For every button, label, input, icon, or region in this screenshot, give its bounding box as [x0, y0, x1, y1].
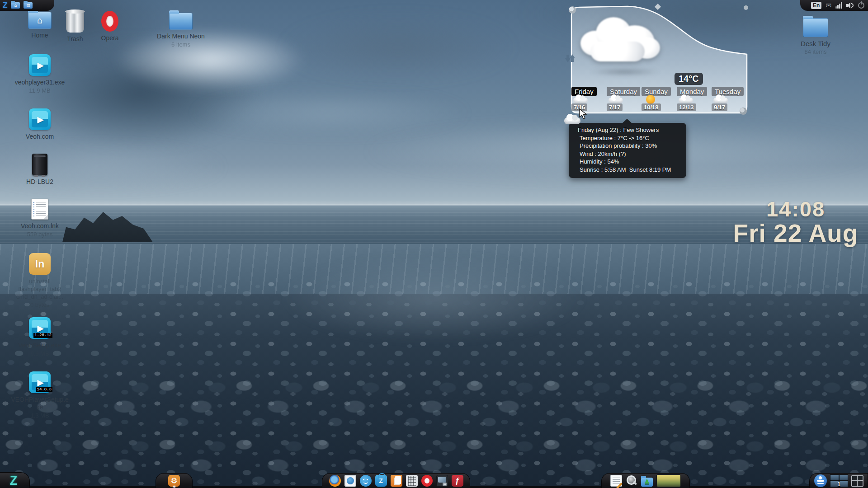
- veoh-player-icon: ▶ 1.20.12: [29, 317, 51, 339]
- icon-label: Veoh.com.lnk: [11, 222, 69, 230]
- opera-icon[interactable]: [421, 475, 433, 487]
- workspace-number: 1: [830, 481, 848, 488]
- desktop-icon-desk-tidy[interactable]: Desk Tidy 84 items: [787, 18, 844, 55]
- screenshot-tool-icon[interactable]: [436, 475, 448, 487]
- dock-utility-group: [601, 473, 690, 488]
- desktop-icon-hd-lbu2[interactable]: HD-LBU2: [11, 154, 69, 186]
- icon-label: Veoh.com: [11, 133, 69, 141]
- veoh-player-icon: ▶: [29, 54, 51, 76]
- libreoffice-icon[interactable]: [391, 475, 402, 487]
- cloudy-icon: [609, 98, 623, 103]
- day-temps[interactable]: 12/13: [677, 103, 696, 111]
- dock-settings-group: ⚙: [156, 473, 193, 488]
- veoh-player-icon: ▶: [29, 108, 51, 130]
- zorin-menu-icon[interactable]: Z: [3, 0, 7, 10]
- day-temps[interactable]: 9/17: [712, 103, 727, 111]
- power-icon[interactable]: [858, 2, 864, 9]
- icon-label: Opera: [81, 34, 139, 42]
- mail-icon[interactable]: ✉: [826, 1, 831, 10]
- keyboard-layout-indicator[interactable]: En: [811, 2, 821, 9]
- zorin-software-icon[interactable]: Z: [375, 475, 387, 487]
- tooltip-cloud-icon: [564, 117, 580, 124]
- in-square-icon: In: [29, 253, 51, 275]
- tooltip-line: Humidity : 54%: [580, 158, 682, 166]
- icon-label: VeohSetup.exe: [11, 342, 69, 349]
- day-temps[interactable]: 10/18: [642, 103, 661, 111]
- weather-day-tuesday[interactable]: Tuesday 9/17: [712, 87, 747, 116]
- tooltip-line: Precipitation probability : 30%: [580, 142, 682, 150]
- tooltip-title: Friday (Aug 22) : Few Showers: [578, 126, 682, 134]
- desktop-icon-veoh-com[interactable]: ▶ Veoh.com: [11, 108, 69, 141]
- show-desktop-icon[interactable]: [851, 475, 863, 487]
- weather-tooltip: Friday (Aug 22) : Few Showers Temperatur…: [569, 123, 686, 178]
- photo-viewer-icon[interactable]: [656, 474, 681, 487]
- top-right-tray: En ✉: [800, 0, 868, 11]
- dock-zorin-menu[interactable]: Z: [0, 472, 30, 488]
- folder-tree-icon[interactable]: [641, 478, 653, 487]
- chat-messenger-icon[interactable]: [360, 475, 372, 487]
- desktop-icon-dark-menu-neon[interactable]: Dark Menu Neon 6 items: [152, 13, 210, 48]
- desktop-clock: 14:08 Fri 22 Aug: [728, 198, 863, 246]
- icon-sublabel: 559 bytes: [11, 231, 69, 238]
- sunny-icon: [646, 95, 655, 104]
- cloudy-icon: [679, 98, 693, 103]
- tooltip-line: Temperature : 7°C -> 16°C: [580, 134, 682, 142]
- weather-day-sunday[interactable]: Sunday 10/18: [642, 87, 677, 116]
- scroll-arrows-icon[interactable]: [565, 54, 575, 66]
- text-document-icon: [31, 199, 48, 220]
- documents-folder-icon[interactable]: ▤: [24, 2, 33, 9]
- tooltip-line: Sunrise : 5:58 AM Sunset 8:19 PM: [580, 166, 682, 174]
- firefox-icon[interactable]: [329, 475, 341, 487]
- flash-player-icon[interactable]: f: [452, 475, 463, 487]
- volume-icon[interactable]: [846, 2, 854, 9]
- day-label[interactable]: Monday: [677, 87, 707, 96]
- desktop-icon-opera[interactable]: Opera: [81, 11, 139, 42]
- day-label[interactable]: Friday: [571, 87, 597, 96]
- text-editor-icon[interactable]: [610, 475, 622, 487]
- desktop-icon-veoh-com-lnk[interactable]: Veoh.com.lnk 559 bytes: [11, 199, 69, 238]
- desktop: Z ⌂ ▤ En ✉ ⌂ Home Trash Opera Dark Menu …: [0, 0, 868, 488]
- settings-icon[interactable]: ⚙: [168, 475, 180, 487]
- icon-sublabel: 0 bytes: [11, 301, 69, 308]
- mouse-cursor: [579, 108, 589, 120]
- version-badge: 14.8.3: [36, 387, 52, 392]
- desktop-icon-veohsetup[interactable]: ▶ 1.20.12 VeohSetup.exe 9.9 MB: [11, 317, 69, 357]
- dock-center-group: Z f: [322, 473, 470, 488]
- day-temps[interactable]: 7/17: [607, 103, 623, 111]
- current-temperature: 14°C: [675, 73, 703, 85]
- accessibility-person-icon[interactable]: [814, 474, 827, 487]
- icon-label: uninstall flashplayer_tab2 chrd_dn_ad-c.…: [11, 277, 69, 300]
- icon-sublabel: 9.9 MB: [11, 350, 69, 357]
- folder-icon: [169, 13, 193, 30]
- top-left-panel: Z ⌂ ▤: [0, 0, 54, 11]
- weather-day-monday[interactable]: Monday 12/13: [677, 87, 712, 116]
- icon-sublabel: 84 items: [787, 48, 844, 55]
- workspace-switcher[interactable]: 1: [830, 474, 848, 487]
- cloudy-icon: [573, 98, 588, 103]
- folder-icon: [803, 18, 828, 37]
- desktop-icon-veohplayer31[interactable]: ▶ veohplayer31.exe 11.9 MB: [11, 54, 69, 94]
- icon-sublabel: 11.9 MB: [11, 87, 69, 94]
- opera-icon: [101, 11, 118, 32]
- weather-day-saturday[interactable]: Saturday 7/17: [607, 87, 642, 116]
- icon-sublabel: 6 items: [152, 41, 210, 48]
- dock-right-group: 1: [809, 473, 868, 488]
- veoh-player-icon: ▶ 14.8.3: [29, 371, 51, 393]
- current-weather-cloud-icon: [580, 14, 662, 63]
- weather-widget[interactable]: 14°C Friday 7/16 Saturday 7/17 Sunday 10…: [568, 4, 750, 117]
- zorin-logo-icon[interactable]: Z: [10, 473, 18, 488]
- icon-sublabel: 1.3 MB: [11, 412, 69, 419]
- home-folder-icon[interactable]: ⌂: [11, 2, 20, 9]
- desktop-icon-uninstall-flashplayer[interactable]: In uninstall flashplayer_tab2 chrd_dn_ad…: [11, 253, 69, 308]
- running-indicator: [173, 486, 175, 488]
- version-badge: 1.20.12: [33, 333, 52, 338]
- day-label[interactable]: Sunday: [642, 87, 671, 96]
- calculator-icon[interactable]: [406, 475, 418, 487]
- clock-date: Fri 22 Aug: [728, 221, 863, 246]
- desktop-icon-veohplayersetup[interactable]: ▶ 14.8.3 VEOHPlayerSetup.exe 1.3 MB: [11, 371, 69, 419]
- search-icon[interactable]: [626, 475, 637, 487]
- weather-day-friday[interactable]: Friday 7/16: [571, 87, 607, 116]
- thunderbird-icon[interactable]: [344, 475, 356, 487]
- network-signal-icon[interactable]: [835, 2, 842, 9]
- icon-label: VEOHPlayerSetup.exe: [11, 396, 69, 411]
